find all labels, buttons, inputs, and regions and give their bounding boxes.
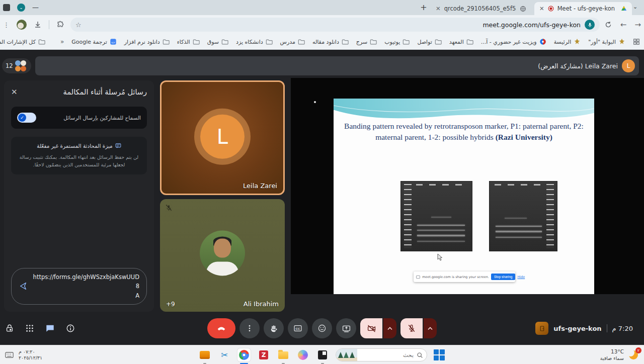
bookmark-item[interactable]: سوق [207,38,228,45]
weather-desc: سماء صافية [600,355,624,361]
pointer-dot [314,101,316,103]
chat-history-icon [115,143,121,149]
bookmark-item[interactable]: دانشكاه يزد [236,38,273,45]
camera-options-chevron-icon[interactable] [383,318,396,338]
bookmark-item[interactable]: ويزيت غير حضوري - آ... [481,38,546,45]
bookmark-item[interactable]: ترجمة Google [71,38,116,45]
minimize-button[interactable]: — [32,2,39,13]
bookmark-item[interactable]: مدرس [280,38,305,45]
bookmarks-overflow-icon[interactable]: « [60,38,64,45]
bookmark-item[interactable]: الرئيسة [554,38,581,45]
info-icon[interactable] [66,324,75,333]
tab-title: Meet - ufs-geye-kon [557,5,617,12]
alert-badge: ٢ [635,347,641,353]
bookmark-item[interactable]: المعهد [449,38,473,45]
bookmark-item[interactable]: دانلود نرم افزار [124,38,170,45]
taskbar-app-snipping[interactable]: ✂ [218,348,231,361]
taskbar-app-zotero[interactable]: Z [257,348,270,361]
windows-taskbar: ٠٧:٢٠ م ٢٠٢٥/١٢/٣١ ✂ Z بحث ٢ [0,345,644,364]
tab-search-icon[interactable]: ⌄ [17,4,25,12]
tab-list-chevron-icon[interactable]: ⌄ [633,4,637,10]
message-input[interactable]: https://forms.gle/ghWSzxbjaKswUUD8 A [11,268,147,305]
tab-close-icon[interactable]: ✕ [539,5,544,12]
bookmark-label: يوتيوب [384,39,400,45]
allow-messages-toggle[interactable]: ✓ [17,113,36,123]
presenter-name: Leila Zarei (مشاركة العرض) [538,62,618,70]
hide-link[interactable]: Hide [517,275,525,279]
activities-icon[interactable] [25,324,34,333]
participant-name: Leila Zarei [243,182,277,190]
camera-off-button[interactable] [360,318,382,338]
video-tile-leila[interactable]: L Leila Zarei [160,80,285,195]
video-tile-ali[interactable]: +9 Ali Ibrahim [160,199,285,312]
present-button[interactable] [336,318,356,338]
bookmark-star-icon[interactable]: ☆ [75,21,82,29]
start-button[interactable] [434,349,445,360]
forward-icon[interactable]: → [634,20,641,29]
bookmark-label: الذكاء [177,39,190,45]
sharing-toast-text: meet.google.com is sharing your screen. [422,275,489,279]
tab-meet[interactable]: ✕ Meet - ufs-geye-kon [534,2,632,15]
mic-options-chevron-icon[interactable] [424,318,437,338]
system-clock[interactable]: ٠٧:٢٠ م ٢٠٢٥/١٢/٣١ [19,349,42,361]
tab-qrcode[interactable]: ✕ qrcode_291056405_e5f5a8bcb [431,2,531,15]
taskbar-app-chrome[interactable] [237,348,251,361]
apps-grid-icon[interactable] [633,38,640,45]
bookmark-item[interactable]: يوتيوب [384,38,410,45]
tab-close-icon[interactable]: ✕ [436,5,441,12]
bookmark-label: دانلود نرم افزار [124,39,160,45]
address-bar[interactable]: ☆ meet.google.com/ufs-geye-kon [70,18,600,32]
taskbar-app-copilot[interactable] [296,348,309,361]
chat-icon[interactable] [45,324,55,333]
bookmark-item[interactable]: الذكاء [177,38,200,45]
bookmark-label: مدرس [280,39,295,45]
profile-avatar[interactable] [17,20,27,30]
message-link-text[interactable]: https://forms.gle/ghWSzxbjaKswUUD8 [32,272,139,291]
voice-search-icon[interactable] [585,20,595,30]
stop-sharing-button[interactable]: Stop sharing [491,274,516,280]
file-explorer-icon [278,351,288,359]
extensions-icon[interactable] [56,21,64,29]
more-options-button[interactable] [239,318,260,338]
captions-icon: CC [293,324,302,333]
participant-count-pill[interactable]: 12 [2,58,31,73]
new-tab-button[interactable]: + [418,2,430,14]
mic-off-icon [407,324,416,333]
all-bookmarks-button[interactable]: كل الإشارات المرجعية [0,38,45,45]
folder-icon [370,38,377,45]
taskbar-search[interactable]: بحث [336,348,427,361]
host-controls-icon[interactable] [5,324,14,333]
keyboard-icon[interactable] [5,351,14,358]
bookmark-item[interactable]: تواصل [417,38,441,45]
raise-hand-button[interactable] [264,318,284,338]
end-call-button[interactable] [207,318,235,338]
close-icon[interactable]: ✕ [11,87,18,97]
bookmark-item[interactable]: سرج [356,38,377,45]
browser-menu-icon[interactable]: ⋮ [3,21,10,29]
download-icon[interactable] [34,21,42,29]
weather-widget[interactable]: ٢ 13°C سماء صافية [600,345,640,364]
taskbar-app-orange[interactable] [198,348,211,361]
captions-button[interactable]: CC [288,318,308,338]
mic-off-button[interactable] [400,318,423,338]
app-badge-icon [3,4,10,11]
send-icon[interactable] [19,282,28,291]
presenter-chip[interactable]: L Leila Zarei (مشاركة العرض) [538,59,635,72]
search-icon [417,352,423,358]
scissors-icon: ✂ [221,350,228,360]
taskbar-app-dark[interactable] [316,348,329,361]
panel-title: رسائل مُرسلة أثناء المكالمة [63,88,147,96]
reload-icon[interactable] [604,21,612,29]
reactions-button[interactable] [312,318,332,338]
bookmark-item[interactable]: البوابة "أور" [588,38,625,45]
url-text[interactable]: meet.google.com/ufs-geye-kon [82,21,585,29]
browser-tabstrip: ⌄ — + ✕ qrcode_291056405_e5f5a8bcb ✕ Mee… [0,0,644,15]
present-screen-icon [342,324,351,333]
back-icon[interactable]: ← [620,20,627,29]
taskbar-app-explorer[interactable] [277,348,290,361]
footer-divider [607,324,607,332]
visit-icon [539,38,546,45]
more-participants-badge[interactable]: +9 [166,301,175,308]
notice-body: لن يتم حفظ الرسائل بعد انتهاء المكالمة. … [16,153,142,168]
bookmark-item[interactable]: دانلود مقاله [312,38,349,45]
